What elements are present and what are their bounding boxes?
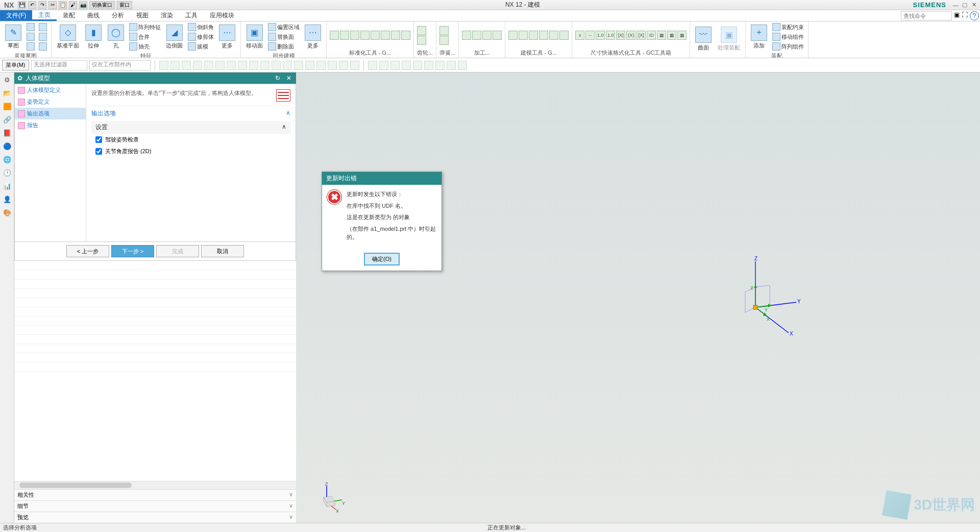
- process-icon[interactable]: 📊: [2, 181, 12, 191]
- assembly-navigator-icon[interactable]: 🟧: [2, 101, 12, 111]
- toolbar-icon[interactable]: [227, 61, 236, 70]
- sync-more-button[interactable]: ⋯更多: [303, 23, 323, 51]
- toolbar-icon[interactable]: [260, 61, 270, 70]
- toolbar-icon[interactable]: [159, 61, 168, 70]
- spline-icon[interactable]: [38, 32, 48, 41]
- gear-icon[interactable]: ⚙: [2, 75, 12, 85]
- settings-header[interactable]: 设置∧: [91, 121, 290, 134]
- trim-body-button[interactable]: 修剪体: [187, 32, 215, 41]
- tab-assembly[interactable]: 装配: [57, 10, 81, 21]
- tree-area[interactable]: [14, 261, 296, 481]
- add-button[interactable]: ＋添加: [749, 23, 769, 51]
- constraint-navigator-icon[interactable]: 🔗: [2, 114, 12, 125]
- spring-icon[interactable]: [439, 26, 449, 35]
- camera-icon[interactable]: 📷: [79, 1, 87, 9]
- fullscreen-icon[interactable]: ⛶: [962, 11, 968, 20]
- toolbar-icon[interactable]: [379, 61, 388, 70]
- detail-section[interactable]: 细节∨: [14, 500, 296, 512]
- sketch-button[interactable]: ✎草图: [3, 23, 23, 51]
- driving-posture-check[interactable]: 驾驶姿势检查: [91, 134, 290, 146]
- hole-button[interactable]: ◯孔: [106, 23, 126, 51]
- back-button[interactable]: < 上一步: [66, 245, 109, 257]
- datum-plane-button[interactable]: ◇基准平面: [55, 23, 81, 51]
- toolbar-icon[interactable]: [238, 61, 247, 70]
- circle-icon[interactable]: [26, 42, 36, 51]
- menu-button[interactable]: 菜单(M): [2, 60, 29, 70]
- delete-face-button[interactable]: 删除面: [267, 42, 301, 51]
- redo-icon[interactable]: ↷: [38, 1, 46, 9]
- draft-button[interactable]: 拔模: [187, 42, 215, 51]
- error-dialog-title[interactable]: 更新时出错: [322, 172, 442, 185]
- toolbar-icon[interactable]: [402, 61, 411, 70]
- toolbar-icon[interactable]: [215, 61, 225, 70]
- undo-icon[interactable]: ↶: [28, 1, 36, 9]
- scope-filter[interactable]: 仅在工作部件内: [89, 60, 151, 70]
- toolbar-icon[interactable]: [390, 61, 400, 70]
- tab-file[interactable]: 文件(F): [0, 10, 32, 21]
- cut-icon[interactable]: ✂: [48, 1, 57, 9]
- graphics-viewport[interactable]: Z Y X Z Y X Z Y X 3D世界网: [296, 72, 980, 523]
- move-component-button[interactable]: 移动组件: [771, 32, 805, 41]
- ok-button[interactable]: 确定(O): [364, 253, 400, 265]
- toolbar-icon[interactable]: [272, 61, 281, 70]
- help-icon[interactable]: ?: [970, 11, 979, 20]
- maximize-icon[interactable]: ▢: [961, 2, 969, 9]
- tab-render[interactable]: 渲染: [155, 10, 179, 21]
- toolbar-icon[interactable]: [424, 61, 433, 70]
- nav-human-model-def[interactable]: 人体模型定义: [15, 84, 86, 96]
- proc-tools-grid[interactable]: [462, 31, 502, 40]
- extrude-button[interactable]: ▮拉伸: [83, 23, 104, 51]
- nav-output-options[interactable]: 输出选项: [15, 108, 86, 119]
- minimize-icon[interactable]: —: [951, 2, 960, 9]
- dim-tools-grid[interactable]: x↔1.01.0[X](X)[X]ID▦▦▦: [575, 31, 687, 40]
- toolbar-icon[interactable]: [368, 61, 377, 70]
- process-assembly-button[interactable]: ▣处理装配: [716, 26, 742, 53]
- gear-icon-2[interactable]: [417, 36, 426, 45]
- related-section[interactable]: 相关性∨: [14, 489, 296, 500]
- selection-filter[interactable]: 无选择过滤器: [31, 60, 87, 70]
- toolbar-icon[interactable]: [435, 61, 445, 70]
- roles-icon[interactable]: 👤: [2, 194, 12, 204]
- horizontal-scrollbar[interactable]: [14, 481, 296, 489]
- switch-window-button[interactable]: 切换窗口: [89, 1, 115, 9]
- tab-home[interactable]: 主页: [32, 10, 57, 21]
- asm-constraint-button[interactable]: 装配约束: [771, 22, 805, 32]
- tab-app[interactable]: 应用模块: [204, 10, 240, 21]
- save-icon[interactable]: 💾: [18, 1, 26, 9]
- toolbar-icon[interactable]: [204, 61, 213, 70]
- nav-posture-def[interactable]: 姿势定义: [15, 96, 86, 108]
- point-icon[interactable]: [38, 42, 48, 51]
- tab-view[interactable]: 视图: [130, 10, 155, 21]
- hd3d-icon[interactable]: 🔵: [2, 141, 12, 151]
- restore-icon[interactable]: ▣: [954, 11, 960, 20]
- visual-icon[interactable]: 🎨: [2, 207, 12, 217]
- toolbar-icon[interactable]: [170, 61, 180, 70]
- model-tools-grid[interactable]: [508, 31, 569, 40]
- driving-posture-checkbox[interactable]: [95, 136, 102, 143]
- unite-button[interactable]: 合并: [128, 32, 162, 41]
- brush-icon[interactable]: 🖌: [69, 1, 77, 9]
- edge-blend-button[interactable]: ◢边倒圆: [164, 23, 185, 51]
- joint-angle-checkbox[interactable]: [95, 148, 102, 155]
- tab-curve[interactable]: 曲线: [81, 10, 106, 21]
- toolbar-icon[interactable]: [339, 61, 348, 70]
- tab-tools[interactable]: 工具: [179, 10, 204, 21]
- toolbar-icon[interactable]: [447, 61, 456, 70]
- toolbar-icon[interactable]: [458, 61, 467, 70]
- toolbar-icon[interactable]: [328, 61, 337, 70]
- joint-angle-report[interactable]: 关节角度报告 (2D): [91, 146, 290, 157]
- pattern-component-button[interactable]: 阵列组件: [771, 42, 805, 51]
- feature-more-button[interactable]: ⋯更多: [217, 23, 237, 51]
- command-search-input[interactable]: [901, 11, 952, 20]
- window-button[interactable]: 窗口: [117, 1, 132, 9]
- line-icon[interactable]: [26, 22, 36, 32]
- arc-icon[interactable]: [38, 22, 48, 32]
- tab-analysis[interactable]: 分析: [106, 10, 130, 21]
- part-navigator-icon[interactable]: 📂: [2, 88, 12, 98]
- finish-button[interactable]: 完成: [156, 245, 199, 257]
- toolbar-icon[interactable]: [294, 61, 303, 70]
- shell-button[interactable]: 抽壳: [128, 42, 162, 51]
- reset-icon[interactable]: ↻: [274, 74, 282, 82]
- close-icon[interactable]: ✕: [285, 74, 293, 82]
- next-button[interactable]: 下一步 >: [111, 245, 154, 257]
